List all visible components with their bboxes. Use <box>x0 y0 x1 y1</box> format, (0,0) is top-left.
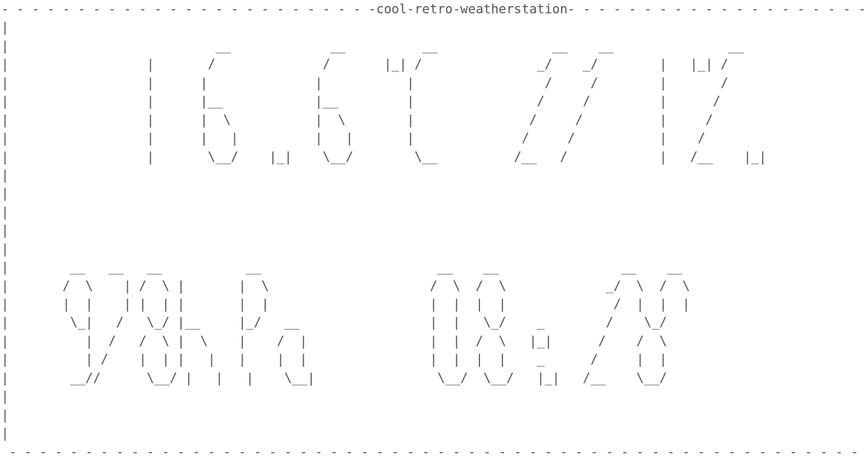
app-title: cool-retro-weatherstation <box>376 2 568 16</box>
frame-side: | | <box>1 186 868 201</box>
frame-side: | | <box>1 205 868 219</box>
frame-side: | | <box>1 168 868 182</box>
ascii-row: | | / / |_| / _/ _/ | |_| / | <box>1 57 868 71</box>
ascii-row: | | \__/ |_| \__/ \__ /__ / | /__ |_| | <box>1 150 868 164</box>
ascii-row: | \_| / \_/ |__ |_/ __ | | \_/ _ / \_/ | <box>1 315 868 330</box>
ascii-row: | __// \__/ | | | \__| \__/ \__/ |_| /__… <box>1 371 868 385</box>
frame-side: | | <box>1 20 868 35</box>
ascii-row: | __ __ __ __ __ __ | <box>1 39 868 53</box>
ascii-row: | / \ | / \ | | \ / \ / \ _/ \ / \ | <box>1 279 868 293</box>
ascii-row: | | | \ | \ | / / | / | <box>1 113 868 127</box>
frame-side: | | <box>1 389 868 404</box>
frame-side: | | <box>1 426 868 440</box>
ascii-row: | | |__ |__ | / / | / | <box>1 94 868 108</box>
frame-top: - - - - - - - - - - - - - - - - - - - - … <box>1 2 868 16</box>
ascii-row: | | | | | | | / / | / | <box>1 131 868 145</box>
ascii-row: | | | | | / / | / | <box>1 76 868 90</box>
ascii-row: | | / / \ | \ | / | | | / \ |_| / / \ | <box>1 334 868 348</box>
ascii-row: | | | | | | | | | | | | | / | | | | <box>1 297 868 311</box>
frame-bottom: - - - - - - - - - - - - - - - - - - - - … <box>1 445 868 459</box>
ascii-row: | | / | | | | | | | | | | | _ / | | | <box>1 352 868 367</box>
ascii-row: | __ __ __ __ __ __ __ __ | <box>1 260 868 274</box>
terminal-display: - - - - - - - - - - - - - - - - - - - - … <box>0 0 868 461</box>
frame-side: | | <box>1 242 868 256</box>
frame-side: | | <box>1 408 868 422</box>
frame-side: | | <box>1 223 868 238</box>
